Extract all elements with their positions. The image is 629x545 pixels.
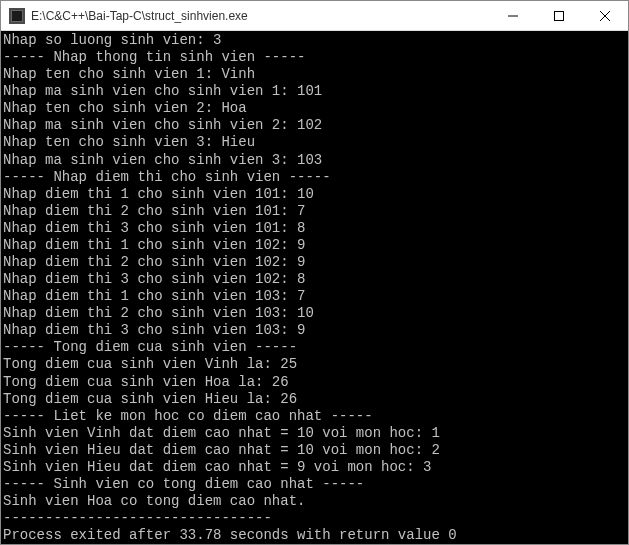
console-line: Nhap so luong sinh vien: 3 [1, 32, 628, 49]
console-line: Nhap ma sinh vien cho sinh vien 2: 102 [1, 117, 628, 134]
console-window: E:\C&C++\Bai-Tap-C\struct_sinhvien.exe N… [0, 0, 629, 545]
console-line: Nhap diem thi 1 cho sinh vien 103: 7 [1, 288, 628, 305]
console-line: Tong diem cua sinh vien Hoa la: 26 [1, 374, 628, 391]
console-line: ----- Nhap thong tin sinh vien ----- [1, 49, 628, 66]
svg-rect-1 [555, 11, 564, 20]
console-line: ----- Tong diem cua sinh vien ----- [1, 339, 628, 356]
console-line: ----- Nhap diem thi cho sinh vien ----- [1, 169, 628, 186]
console-line: Sinh vien Hoa co tong diem cao nhat. [1, 493, 628, 510]
maximize-icon [554, 11, 564, 21]
minimize-button[interactable] [490, 1, 536, 30]
console-line: Nhap diem thi 1 cho sinh vien 101: 10 [1, 186, 628, 203]
console-line: Nhap diem thi 2 cho sinh vien 103: 10 [1, 305, 628, 322]
app-icon [9, 8, 25, 24]
console-output[interactable]: Nhap so luong sinh vien: 3----- Nhap tho… [1, 31, 628, 544]
window-title: E:\C&C++\Bai-Tap-C\struct_sinhvien.exe [31, 9, 248, 23]
console-line: Nhap diem thi 3 cho sinh vien 102: 8 [1, 271, 628, 288]
console-line: ----- Liet ke mon hoc co diem cao nhat -… [1, 408, 628, 425]
console-line: Nhap diem thi 1 cho sinh vien 102: 9 [1, 237, 628, 254]
close-icon [600, 11, 610, 21]
console-line: Nhap diem thi 3 cho sinh vien 101: 8 [1, 220, 628, 237]
title-bar: E:\C&C++\Bai-Tap-C\struct_sinhvien.exe [1, 1, 628, 31]
console-line: Sinh vien Vinh dat diem cao nhat = 10 vo… [1, 425, 628, 442]
console-line: Tong diem cua sinh vien Hieu la: 26 [1, 391, 628, 408]
window-controls [490, 1, 628, 30]
title-bar-left: E:\C&C++\Bai-Tap-C\struct_sinhvien.exe [9, 8, 248, 24]
close-button[interactable] [582, 1, 628, 30]
minimize-icon [508, 11, 518, 21]
console-line: Nhap diem thi 2 cho sinh vien 101: 7 [1, 203, 628, 220]
console-line: Nhap ten cho sinh vien 3: Hieu [1, 134, 628, 151]
console-line: ----- Sinh vien co tong diem cao nhat --… [1, 476, 628, 493]
console-line: Nhap diem thi 2 cho sinh vien 102: 9 [1, 254, 628, 271]
console-line: Nhap diem thi 3 cho sinh vien 103: 9 [1, 322, 628, 339]
console-line: Tong diem cua sinh vien Vinh la: 25 [1, 356, 628, 373]
console-line: Sinh vien Hieu dat diem cao nhat = 10 vo… [1, 442, 628, 459]
console-line: -------------------------------- [1, 510, 628, 527]
maximize-button[interactable] [536, 1, 582, 30]
console-line: Sinh vien Hieu dat diem cao nhat = 9 voi… [1, 459, 628, 476]
console-line: Nhap ma sinh vien cho sinh vien 1: 101 [1, 83, 628, 100]
console-line: Process exited after 33.78 seconds with … [1, 527, 628, 544]
console-line: Nhap ten cho sinh vien 2: Hoa [1, 100, 628, 117]
console-line: Nhap ten cho sinh vien 1: Vinh [1, 66, 628, 83]
console-line: Nhap ma sinh vien cho sinh vien 3: 103 [1, 152, 628, 169]
